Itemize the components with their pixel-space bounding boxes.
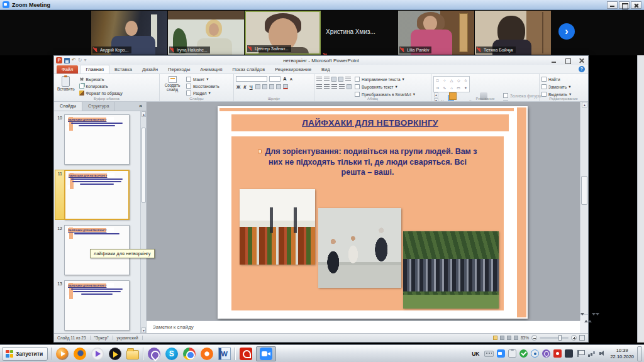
slide-canvas[interactable]: ЛАЙФХАКИ ДЛЯ НЕТВОРКІНГУ Для зорієнтуван… bbox=[218, 106, 528, 319]
zoom-slider-thumb[interactable] bbox=[558, 335, 562, 341]
line-spacing-button[interactable] bbox=[345, 77, 351, 82]
tab-slideshow[interactable]: Показ слайдов bbox=[228, 65, 270, 74]
panel-scrollbar[interactable]: ▲ ▼ bbox=[140, 111, 146, 333]
thumbnail-row-11-selected[interactable]: 11 ЛАЙФХАКИ ДЛЯ НЕТВОРКІНГУ bbox=[55, 170, 140, 220]
windows-media-player-icon[interactable] bbox=[55, 346, 69, 361]
adobe-reader-icon[interactable] bbox=[238, 346, 253, 361]
tray-zoom-icon[interactable] bbox=[497, 349, 505, 358]
font-name-combobox[interactable] bbox=[236, 76, 267, 82]
slide-sorter-view-button[interactable] bbox=[500, 336, 504, 340]
minimize-button[interactable] bbox=[607, 1, 618, 9]
justify-button[interactable] bbox=[339, 84, 345, 89]
text-direction-button[interactable]: Направление текста ▾ bbox=[355, 77, 415, 82]
video-tile-andrii[interactable]: Андрій Коро... bbox=[91, 11, 167, 55]
replace-button[interactable]: Заменить ▾ bbox=[541, 84, 571, 89]
new-slide-button[interactable]: Создать слайд bbox=[162, 76, 183, 92]
ppt-maximize-button[interactable] bbox=[560, 57, 574, 65]
panel-close-icon[interactable]: × bbox=[135, 102, 146, 111]
save-icon[interactable] bbox=[64, 58, 70, 63]
font-size-combobox[interactable] bbox=[269, 76, 280, 82]
align-text-button[interactable]: Выровнять текст ▾ bbox=[355, 84, 415, 89]
decrease-indent-button[interactable] bbox=[331, 77, 336, 82]
format-painter-button[interactable]: Формат по образцу bbox=[79, 90, 123, 96]
word-icon[interactable]: W bbox=[217, 346, 231, 361]
close-button[interactable] bbox=[631, 1, 641, 9]
shrink-font-button[interactable]: A bbox=[289, 77, 293, 81]
zoom-taskbar-button-active[interactable] bbox=[256, 346, 276, 361]
select-button[interactable]: Выделить ▾ bbox=[541, 92, 571, 97]
redo-icon[interactable]: ↻ bbox=[78, 58, 82, 63]
file-explorer-icon[interactable] bbox=[125, 346, 140, 361]
character-spacing-button[interactable] bbox=[269, 84, 274, 89]
skype-icon[interactable]: S bbox=[164, 346, 179, 361]
tab-review[interactable]: Рецензирование bbox=[270, 65, 316, 74]
tab-insert[interactable]: Вставка bbox=[109, 65, 137, 74]
panel-scroll-thumb[interactable] bbox=[142, 128, 146, 203]
bold-button[interactable]: Ж bbox=[236, 85, 241, 89]
zoom-slider[interactable] bbox=[540, 337, 569, 339]
editor-scroll-thumb[interactable] bbox=[581, 176, 587, 205]
keyboard-icon[interactable] bbox=[484, 351, 494, 357]
panel-tab-outline[interactable]: Структура bbox=[82, 102, 115, 111]
network-signal-icon[interactable] bbox=[587, 349, 596, 358]
kmplayer-icon[interactable] bbox=[90, 346, 104, 361]
slideshow-view-button[interactable] bbox=[514, 336, 518, 340]
video-tile-lilia[interactable]: Lilia Pankiv bbox=[398, 11, 474, 55]
slide-body-placeholder[interactable]: Для зорієнтування: подивіться на групи л… bbox=[231, 136, 504, 310]
next-participants-button[interactable]: › bbox=[558, 23, 575, 40]
shapes-gallery[interactable]: □○△◇☆ ⇒∿⌂▭✦ bbox=[433, 76, 470, 92]
theme-name[interactable]: "Эркер" bbox=[94, 336, 113, 340]
font-color-button[interactable] bbox=[283, 84, 288, 89]
bullets-button[interactable] bbox=[316, 77, 322, 82]
tab-home[interactable]: Главная bbox=[80, 65, 109, 74]
action-center-flag-icon[interactable] bbox=[576, 349, 584, 358]
taskbar-clock[interactable]: 10:39 22.10.2020 bbox=[610, 348, 634, 360]
scroll-up-icon[interactable]: ▲ bbox=[582, 102, 587, 107]
italic-button[interactable]: К bbox=[243, 85, 247, 89]
undo-icon[interactable]: ↶ bbox=[72, 58, 76, 63]
scroll-down-icon[interactable]: ▼ bbox=[142, 327, 146, 333]
normal-view-button[interactable] bbox=[493, 336, 497, 340]
align-center-button[interactable] bbox=[324, 84, 330, 89]
tab-view[interactable]: Вид bbox=[316, 65, 335, 74]
increase-indent-button[interactable] bbox=[338, 77, 343, 82]
underline-button[interactable]: Ч bbox=[249, 85, 253, 89]
section-button[interactable]: Раздел ▾ bbox=[186, 90, 219, 96]
copy-button[interactable]: Копировать bbox=[79, 84, 123, 89]
next-slide-button-2[interactable] bbox=[596, 313, 599, 320]
paste-button[interactable]: Вставить bbox=[56, 76, 76, 91]
viber-icon[interactable] bbox=[147, 346, 161, 361]
tab-animations[interactable]: Анимация bbox=[195, 65, 227, 74]
columns-button[interactable] bbox=[347, 84, 352, 89]
ppt-minimize-button[interactable] bbox=[547, 57, 560, 65]
qat-dropdown-icon[interactable]: ▾ bbox=[84, 58, 86, 63]
volume-icon[interactable] bbox=[599, 349, 607, 358]
editor-scrollbar[interactable]: ▲ bbox=[580, 102, 588, 321]
chrome-icon[interactable] bbox=[182, 346, 196, 361]
thumbnail-row-10[interactable]: 10 ЛАЙФХАКИ ДЛЯ НЕТВОРКІНГУ bbox=[55, 114, 140, 165]
reset-button[interactable]: Восстановить bbox=[186, 84, 219, 89]
video-tile-center-zainiat-active-speaker[interactable]: Центер Зайнят... bbox=[245, 11, 321, 55]
zoom-out-button[interactable] bbox=[531, 335, 537, 341]
numbering-button[interactable] bbox=[324, 77, 330, 82]
align-left-button[interactable] bbox=[316, 84, 322, 89]
video-tile-iryna[interactable]: Iryna Halushc... bbox=[168, 11, 244, 55]
start-button[interactable]: Запустити bbox=[2, 347, 48, 361]
reading-view-button[interactable] bbox=[507, 336, 511, 340]
ppt-close-button[interactable] bbox=[574, 57, 588, 65]
shadow-button[interactable] bbox=[255, 84, 260, 89]
zoom-in-button[interactable] bbox=[571, 335, 577, 341]
notes-pane[interactable]: Заметки к слайду bbox=[147, 321, 580, 333]
language-indicator[interactable]: UK bbox=[470, 349, 481, 358]
video-tile-tetiana[interactable]: Тетяна Бойчук bbox=[475, 11, 551, 55]
grow-font-button[interactable]: A bbox=[282, 76, 287, 82]
layout-button[interactable]: Макет ▾ bbox=[186, 77, 219, 82]
tab-file[interactable]: Файл bbox=[57, 65, 78, 74]
tray-clipboard-icon[interactable] bbox=[508, 349, 516, 358]
tray-red-app-icon[interactable] bbox=[553, 349, 562, 358]
help-icon[interactable]: ? bbox=[579, 66, 585, 72]
slide-title-placeholder[interactable]: ЛАЙФХАКИ ДЛЯ НЕТВОРКІНГУ bbox=[231, 114, 509, 131]
language-status[interactable]: украинский bbox=[117, 336, 143, 340]
change-case-button[interactable] bbox=[276, 84, 281, 89]
tray-dark-app-icon[interactable] bbox=[565, 349, 573, 358]
